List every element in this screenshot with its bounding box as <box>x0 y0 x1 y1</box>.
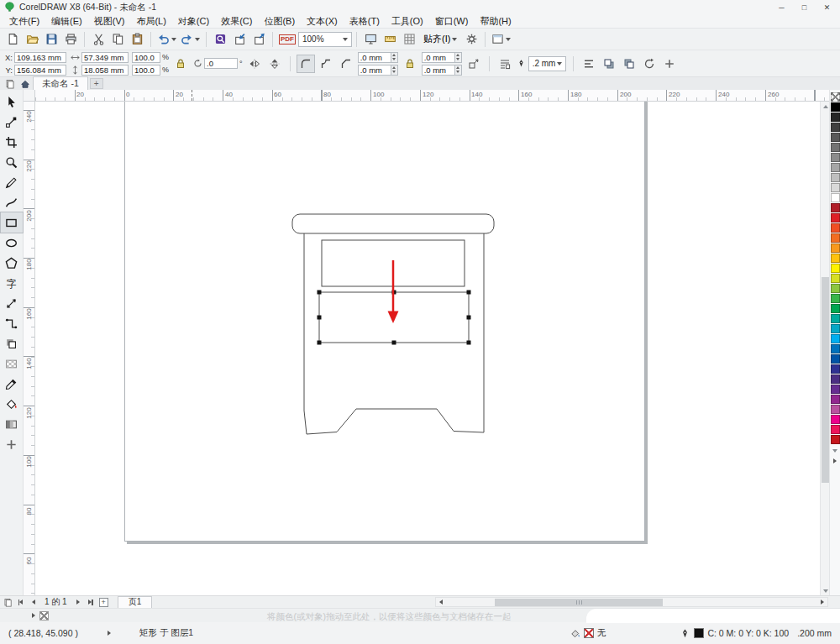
tool-eyedropper[interactable] <box>1 374 23 394</box>
print-button[interactable] <box>61 30 80 49</box>
document-tab[interactable]: 未命名 -1 <box>33 76 88 90</box>
page-flip-view-button[interactable] <box>3 597 13 608</box>
corner-radius-top-left-input[interactable] <box>358 52 391 63</box>
menu-window[interactable]: 窗口(W) <box>429 15 475 28</box>
horizontal-scrollbar[interactable] <box>435 597 828 607</box>
corner-radius-bottom-left-input[interactable] <box>358 65 391 76</box>
color-swatch[interactable] <box>831 223 840 233</box>
cut-button[interactable] <box>89 30 108 49</box>
menu-tools[interactable]: 工具(O) <box>386 15 429 28</box>
options-button[interactable] <box>462 30 480 49</box>
relative-corner-scaling-button[interactable] <box>465 55 482 72</box>
object-height-input[interactable] <box>81 65 129 76</box>
redo-button[interactable] <box>179 30 202 49</box>
menu-layout[interactable]: 布局(L) <box>130 15 171 28</box>
publish-pdf-button[interactable]: PDF <box>277 30 297 49</box>
selection-handle[interactable] <box>467 291 471 295</box>
color-swatch[interactable] <box>831 113 840 122</box>
outline-color-swatch[interactable] <box>694 628 704 638</box>
lock-ratio-button[interactable] <box>172 55 189 72</box>
color-swatch[interactable] <box>831 395 840 404</box>
color-swatch[interactable] <box>831 334 840 343</box>
color-swatch[interactable] <box>831 425 840 434</box>
zoom-level-select[interactable]: 100% <box>298 32 352 47</box>
color-swatch[interactable] <box>831 153 840 162</box>
tool-smart-fill[interactable] <box>1 394 23 414</box>
copy-button[interactable] <box>108 30 127 49</box>
color-swatch[interactable] <box>831 344 840 353</box>
tool-text[interactable]: 字 <box>1 273 23 293</box>
tool-crop[interactable] <box>1 132 23 152</box>
color-swatch[interactable] <box>831 435 840 444</box>
color-swatch[interactable] <box>831 314 840 323</box>
show-grid-button[interactable] <box>400 30 418 49</box>
color-swatch[interactable] <box>831 385 840 394</box>
to-back-button[interactable] <box>621 55 638 72</box>
next-page-button[interactable] <box>73 597 84 608</box>
menu-table[interactable]: 表格(T) <box>344 15 386 28</box>
vertical-ruler[interactable]: 2402202001801601401201008060 <box>24 102 35 595</box>
mirror-horizontal-button[interactable] <box>246 55 263 72</box>
welcome-screen-button[interactable] <box>18 77 33 90</box>
tool-add-tool[interactable] <box>1 434 23 454</box>
drawing-canvas[interactable] <box>35 102 820 595</box>
color-swatch[interactable] <box>831 163 840 172</box>
application-launcher-button[interactable] <box>490 30 512 49</box>
maximize-button[interactable]: □ <box>793 1 816 13</box>
mirror-vertical-button[interactable] <box>266 55 283 72</box>
last-page-button[interactable] <box>86 597 97 608</box>
color-swatch[interactable] <box>831 213 840 223</box>
color-swatch[interactable] <box>831 324 840 333</box>
tab-list-button[interactable] <box>3 77 18 90</box>
menu-view[interactable]: 视图(V) <box>88 15 131 28</box>
palette-scroll-down-button[interactable] <box>831 447 840 455</box>
tool-dimension[interactable] <box>1 293 23 313</box>
tool-shape[interactable] <box>1 112 23 132</box>
color-swatch[interactable] <box>831 274 840 283</box>
paste-button[interactable] <box>128 30 146 49</box>
new-document-button[interactable] <box>3 30 22 49</box>
corner-radius-top-right-input[interactable] <box>422 52 455 63</box>
spinner[interactable] <box>454 65 462 76</box>
tool-ellipse[interactable] <box>1 233 23 253</box>
convert-to-curves-button[interactable] <box>641 55 658 72</box>
first-page-button[interactable] <box>15 597 26 608</box>
to-front-button[interactable] <box>601 55 617 72</box>
wrap-text-button[interactable] <box>496 55 513 72</box>
selection-handle[interactable] <box>318 341 322 345</box>
tool-freehand[interactable] <box>1 172 23 192</box>
minimize-button[interactable]: ─ <box>770 1 793 13</box>
tool-polygon[interactable] <box>1 253 23 273</box>
spinner[interactable] <box>454 52 462 63</box>
spinner[interactable] <box>391 52 398 63</box>
x-position-input[interactable] <box>14 52 66 63</box>
tool-drop-shadow[interactable] <box>1 333 23 353</box>
tool-pick[interactable] <box>1 92 23 112</box>
show-rulers-button[interactable] <box>381 30 399 49</box>
scalloped-corner-button[interactable] <box>318 55 334 72</box>
scale-vertical-input[interactable] <box>132 65 160 76</box>
text-alignment-button[interactable] <box>580 55 597 72</box>
import-button[interactable] <box>230 30 249 49</box>
color-swatch[interactable] <box>831 374 840 384</box>
tool-artistic-media[interactable] <box>1 192 23 212</box>
selection-handle[interactable] <box>318 291 322 295</box>
selection-handle[interactable] <box>318 316 322 320</box>
horizontal-ruler[interactable]: 20020406080100120140160180200220240260 <box>35 90 829 102</box>
outline-width-select[interactable]: .2 mm <box>528 56 567 71</box>
color-swatch[interactable] <box>831 405 840 414</box>
save-button[interactable] <box>42 30 60 49</box>
corner-radius-bottom-right-input[interactable] <box>422 65 455 76</box>
menu-edit[interactable]: 编辑(E) <box>45 15 88 28</box>
status-flyout-icon[interactable] <box>108 631 111 636</box>
document-palette-well[interactable] <box>586 609 840 623</box>
tool-transparency[interactable] <box>1 353 23 374</box>
object-width-input[interactable] <box>81 52 129 63</box>
vertical-scrollbar-thumb[interactable] <box>822 277 829 483</box>
color-swatch[interactable] <box>831 123 840 132</box>
tool-connector[interactable] <box>1 313 23 333</box>
scroll-up-button[interactable] <box>821 102 830 111</box>
scroll-down-button[interactable] <box>821 586 830 595</box>
snap-to-button[interactable]: 贴齐(I) <box>419 31 461 48</box>
color-swatch[interactable] <box>831 173 840 182</box>
